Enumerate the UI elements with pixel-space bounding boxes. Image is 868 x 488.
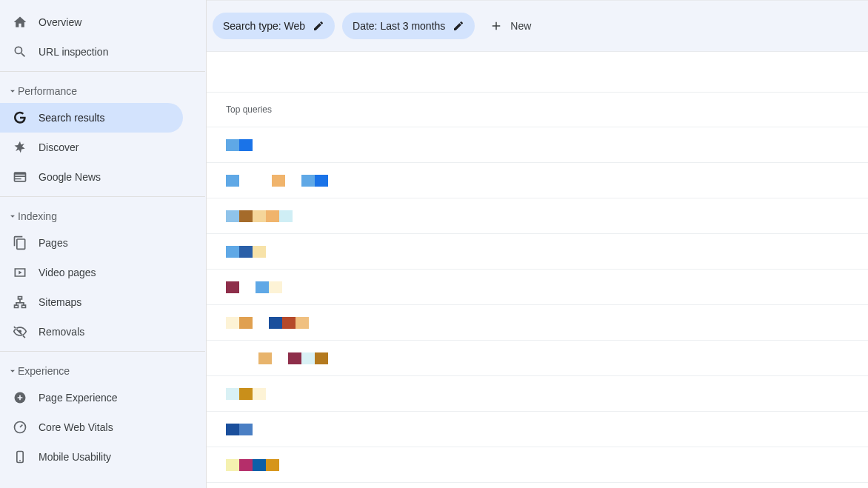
query-blocks: [226, 317, 309, 329]
sidebar-item-video-pages[interactable]: Video pages: [0, 258, 205, 287]
table-row[interactable]: [207, 412, 868, 447]
pages-icon: [12, 235, 28, 251]
main-content: Search type: Web Date: Last 3 months New: [206, 0, 868, 488]
query-blocks: [226, 388, 266, 400]
speedometer-icon: [12, 419, 28, 435]
color-block: [239, 424, 253, 435]
table-row[interactable]: [207, 270, 868, 305]
color-block: [272, 175, 285, 187]
sidebar-section-performance[interactable]: Performance: [0, 76, 205, 103]
query-blocks: [226, 281, 282, 293]
sidebar-item-label: Video pages: [39, 267, 96, 278]
sitemap-icon: [12, 294, 28, 310]
sidebar-item-pages[interactable]: Pages: [0, 228, 205, 258]
table-header-label: Top queries: [226, 104, 272, 115]
chevron-down-icon: [7, 86, 18, 96]
sidebar-item-google-news[interactable]: Google News: [0, 162, 205, 192]
sidebar-item-label: URL inspection: [39, 46, 108, 58]
block-gap: [239, 281, 256, 293]
sidebar: Overview URL inspection Performance Sear…: [0, 0, 206, 488]
sidebar-section-label: Experience: [18, 365, 70, 377]
query-blocks: [226, 424, 253, 435]
color-block: [253, 210, 266, 222]
color-block: [239, 388, 253, 400]
pencil-icon: [453, 20, 464, 32]
plus-icon: [490, 19, 503, 33]
sidebar-item-overview[interactable]: Overview: [0, 7, 205, 37]
filter-bar: Search type: Web Date: Last 3 months New: [207, 0, 868, 51]
sidebar-item-label: Search results: [39, 112, 104, 124]
sidebar-section-label: Performance: [18, 85, 77, 97]
table-row[interactable]: [207, 234, 868, 270]
color-block: [226, 246, 239, 258]
sidebar-item-label: Removals: [39, 326, 84, 338]
sidebar-item-label: Google News: [39, 171, 101, 183]
color-block: [269, 281, 282, 293]
news-icon: [12, 169, 28, 185]
sidebar-section-label: Indexing: [18, 210, 57, 222]
sidebar-item-search-results[interactable]: Search results: [0, 103, 183, 133]
block-gap: [285, 175, 301, 187]
color-block: [239, 246, 253, 258]
query-blocks: [226, 246, 266, 258]
color-block: [226, 175, 239, 187]
panel-header-spacer: [207, 52, 868, 92]
color-block: [315, 352, 328, 364]
chevron-down-icon: [7, 366, 18, 376]
chip-label: Date: Last 3 months: [353, 20, 445, 32]
visibility-off-icon: [12, 324, 28, 340]
block-gap: [272, 352, 288, 364]
color-block: [258, 352, 272, 364]
color-block: [266, 210, 279, 222]
table-row[interactable]: [207, 447, 868, 483]
color-block: [256, 281, 269, 293]
pencil-icon: [313, 20, 324, 32]
color-block: [253, 388, 266, 400]
divider: [0, 71, 205, 72]
query-blocks: [226, 210, 293, 222]
filter-chip-date[interactable]: Date: Last 3 months: [342, 13, 475, 39]
block-gap: [226, 352, 242, 364]
query-blocks: [226, 175, 328, 187]
color-block: [226, 424, 239, 435]
divider: [0, 351, 205, 352]
button-label: New: [510, 20, 531, 32]
sidebar-item-removals[interactable]: Removals: [0, 317, 205, 347]
sidebar-item-url-inspection[interactable]: URL inspection: [0, 37, 205, 67]
sidebar-item-label: Discover: [39, 141, 79, 153]
sidebar-item-label: Core Web Vitals: [39, 421, 113, 433]
color-block: [288, 352, 301, 364]
color-block: [226, 210, 239, 222]
sidebar-item-page-experience[interactable]: Page Experience: [0, 383, 205, 412]
sidebar-item-label: Overview: [39, 16, 81, 28]
color-block: [226, 139, 239, 151]
sidebar-item-label: Page Experience: [39, 392, 118, 404]
block-gap: [256, 175, 272, 187]
table-row[interactable]: [207, 341, 868, 376]
table-row[interactable]: [207, 376, 868, 412]
color-block: [239, 210, 253, 222]
chevron-down-icon: [7, 211, 18, 221]
video-icon: [12, 264, 28, 281]
table-row[interactable]: [207, 163, 868, 198]
sidebar-item-sitemaps[interactable]: Sitemaps: [0, 287, 205, 317]
block-gap: [239, 175, 256, 187]
color-block: [239, 459, 253, 471]
table-row[interactable]: [207, 198, 868, 234]
plus-circle-icon: [12, 390, 28, 406]
table-row[interactable]: [207, 305, 868, 341]
add-filter-button[interactable]: New: [482, 13, 538, 39]
sidebar-item-label: Sitemaps: [39, 296, 81, 308]
table-row[interactable]: [207, 127, 868, 163]
sidebar-item-mobile-usability[interactable]: Mobile Usability: [0, 442, 205, 472]
color-block: [226, 459, 239, 471]
color-block: [315, 175, 328, 187]
sidebar-item-discover[interactable]: Discover: [0, 133, 205, 162]
query-blocks: [226, 459, 279, 471]
filter-chip-search-type[interactable]: Search type: Web: [213, 13, 335, 39]
sidebar-section-indexing[interactable]: Indexing: [0, 201, 205, 228]
sidebar-item-core-web-vitals[interactable]: Core Web Vitals: [0, 412, 205, 442]
sidebar-section-experience[interactable]: Experience: [0, 356, 205, 383]
sidebar-item-label: Mobile Usability: [39, 451, 111, 463]
query-blocks: [226, 352, 328, 364]
